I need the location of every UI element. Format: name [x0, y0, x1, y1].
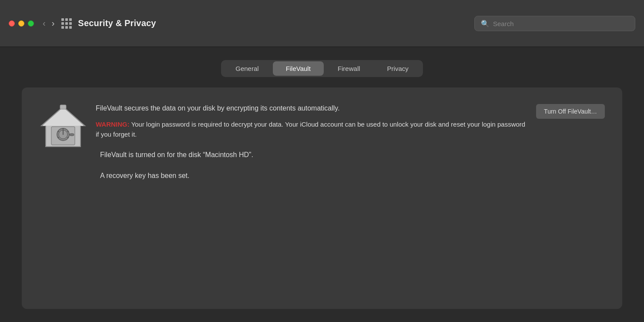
filevault-panel: FileVault secures the data on your disk … [22, 87, 622, 309]
titlebar: ‹ › Security & Privacy 🔍 [0, 0, 644, 47]
filevault-description: FileVault secures the data on your disk … [96, 103, 527, 114]
grid-menu-icon[interactable] [61, 18, 72, 29]
svg-marker-1 [43, 107, 84, 126]
tab-firewall[interactable]: Firewall [325, 61, 373, 76]
turn-off-filevault-button[interactable]: Turn Off FileVault… [536, 104, 605, 119]
minimize-button[interactable] [18, 20, 24, 27]
warning-body: Your login password is required to decry… [96, 121, 525, 138]
close-button[interactable] [9, 20, 15, 27]
warning-label: WARNING: [96, 121, 130, 128]
search-input[interactable] [493, 20, 629, 27]
filevault-recovery: A recovery key has been set. [39, 172, 605, 180]
filevault-top-row: FileVault secures the data on your disk … [39, 103, 605, 151]
svg-point-7 [67, 131, 69, 132]
filevault-description-block: FileVault secures the data on your disk … [96, 103, 527, 139]
nav-arrows: ‹ › [43, 18, 54, 28]
svg-point-9 [58, 137, 59, 138]
svg-point-10 [67, 137, 69, 138]
filevault-icon [39, 103, 87, 151]
content-area: General FileVault Firewall Privacy [0, 47, 644, 322]
tab-filevault[interactable]: FileVault [273, 61, 324, 76]
svg-point-8 [58, 131, 59, 132]
traffic-lights [9, 20, 34, 27]
back-button[interactable]: ‹ [43, 18, 46, 28]
svg-rect-11 [70, 134, 74, 136]
tab-bar: General FileVault Firewall Privacy [221, 60, 423, 77]
search-icon: 🔍 [481, 19, 490, 27]
search-box[interactable]: 🔍 [474, 16, 635, 31]
svg-rect-12 [60, 105, 66, 109]
window-title: Security & Privacy [78, 18, 156, 28]
svg-point-6 [63, 128, 64, 130]
tab-privacy[interactable]: Privacy [374, 61, 422, 76]
filevault-warning: WARNING: Your login password is required… [96, 120, 527, 139]
forward-button[interactable]: › [52, 18, 55, 28]
filevault-status: FileVault is turned on for the disk “Mac… [39, 151, 605, 159]
tab-general[interactable]: General [222, 61, 272, 76]
maximize-button[interactable] [28, 20, 34, 27]
